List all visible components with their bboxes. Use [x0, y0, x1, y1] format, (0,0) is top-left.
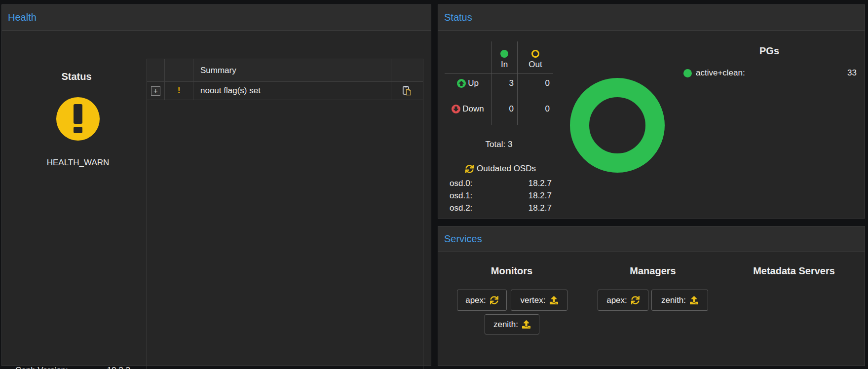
- osd-name: osd.2:: [450, 202, 472, 214]
- metadata-servers-heading: Metadata Servers: [720, 265, 868, 277]
- in-label: In: [501, 60, 508, 70]
- severity-column-header: [165, 59, 193, 81]
- warning-exclamation-dot: [74, 127, 82, 133]
- refresh-icon: [490, 296, 498, 304]
- osd-up-row-label: Up: [445, 74, 491, 93]
- summary-column-header[interactable]: Summary: [193, 59, 391, 81]
- health-panel: Health Status HEALTH_WARN Ceph Version: …: [1, 4, 431, 366]
- manager-zenith-label: zenith:: [661, 295, 686, 305]
- summary-table-header-row: Summary: [147, 59, 423, 82]
- osd-out-header: Out: [518, 41, 553, 74]
- outdated-osds-title-row: Outdated OSDs: [450, 164, 552, 174]
- list-item: osd.0: 18.2.7: [450, 177, 552, 189]
- monitor-vertex-label: vertex:: [520, 295, 545, 305]
- manager-apex-button[interactable]: apex:: [598, 290, 648, 311]
- monitor-zenith-label: zenith:: [493, 320, 518, 330]
- summary-cell: noout flag(s) set: [193, 82, 391, 100]
- pgs-donut-chart: [570, 78, 665, 173]
- out-label: Out: [528, 60, 542, 70]
- table-row[interactable]: + ! noout flag(s) set: [147, 82, 423, 100]
- osd-version: 18.2.7: [528, 202, 552, 214]
- monitor-apex-label: apex:: [465, 295, 486, 305]
- health-status-heading: Status: [27, 71, 126, 82]
- pgs-legend-row: active+clean: 33: [683, 68, 857, 78]
- upload-icon: [690, 296, 698, 304]
- ceph-version-row: Ceph Version: 19.2.3: [15, 366, 130, 369]
- legend-label: active+clean:: [696, 68, 745, 78]
- osd-table-corner-cell: [445, 41, 491, 74]
- severity-warning-icon: !: [178, 86, 181, 96]
- list-item: osd.2: 18.2.7: [450, 202, 552, 214]
- managers-heading: Managers: [604, 265, 702, 277]
- osd-in-header: In: [491, 41, 518, 74]
- warning-exclamation-bar: [74, 104, 82, 124]
- osd-name: osd.1:: [450, 189, 472, 202]
- in-dot-icon: [500, 50, 508, 58]
- manager-zenith-button[interactable]: zenith:: [651, 290, 708, 311]
- health-panel-body: Status HEALTH_WARN Ceph Version: 19.2.3 …: [2, 31, 431, 366]
- expand-row-icon[interactable]: +: [151, 86, 160, 96]
- osd-version: 18.2.7: [528, 189, 552, 202]
- upload-icon: [550, 296, 558, 304]
- ceph-version-value: 19.2.3: [107, 366, 130, 369]
- osd-down-row-label: Down: [445, 93, 491, 125]
- osd-name: osd.0:: [450, 177, 472, 189]
- services-panel: Services Monitors Managers Metadata Serv…: [438, 226, 865, 366]
- legend-dot-icon: [683, 69, 692, 77]
- osd-state-table: In Out Up 3 0: [445, 41, 553, 125]
- health-panel-title: Health: [8, 12, 37, 23]
- osd-down-out-value: 0: [518, 93, 553, 125]
- copy-icon[interactable]: [402, 85, 413, 96]
- health-warning-icon: [56, 97, 100, 141]
- services-panel-header: Services: [438, 226, 865, 252]
- services-panel-title: Services: [444, 233, 482, 245]
- copy-column-header: [391, 59, 423, 81]
- status-panel-title: Status: [444, 12, 472, 23]
- list-item: osd.1: 18.2.7: [450, 189, 552, 202]
- legend-value: 33: [847, 68, 857, 78]
- status-panel-header: Status: [438, 5, 865, 31]
- down-label: Down: [462, 104, 484, 114]
- manager-apex-label: apex:: [606, 295, 627, 305]
- osd-up-in-value: 3: [491, 74, 518, 93]
- pgs-title: PGs: [720, 45, 819, 57]
- status-panel-body: In Out Up 3 0: [438, 31, 865, 218]
- monitors-heading: Monitors: [462, 265, 561, 277]
- osd-total: Total: 3: [445, 140, 553, 149]
- osd-down-in-value: 0: [491, 93, 518, 125]
- up-label: Up: [468, 78, 479, 88]
- status-panel: Status In Out Up 3: [438, 4, 865, 219]
- ceph-dashboard: { "colors": { "accent_blue": "#449be6", …: [0, 0, 868, 369]
- out-ring-icon: [531, 50, 539, 58]
- outdated-osds-block: Outdated OSDs osd.0: 18.2.7 osd.1: 18.2.…: [450, 164, 552, 214]
- upload-icon: [522, 320, 530, 329]
- expand-column-header: [147, 59, 165, 81]
- refresh-icon: [465, 165, 474, 173]
- monitor-zenith-button[interactable]: zenith:: [485, 314, 539, 334]
- services-panel-body: Monitors Managers Metadata Servers apex:…: [438, 252, 865, 366]
- refresh-icon: [631, 296, 640, 304]
- osd-up-out-value: 0: [518, 74, 553, 93]
- health-summary-table: Summary + ! noout flag(s) set: [147, 59, 423, 369]
- monitor-vertex-button[interactable]: vertex:: [511, 290, 567, 311]
- health-status-value: HEALTH_WARN: [19, 158, 137, 168]
- osd-version: 18.2.7: [528, 177, 552, 189]
- outdated-osds-title: Outdated OSDs: [477, 164, 536, 174]
- monitor-apex-button[interactable]: apex:: [457, 290, 507, 311]
- ceph-version-label: Ceph Version:: [15, 366, 68, 369]
- arrow-circle-down-icon: [452, 105, 460, 113]
- arrow-circle-up-icon: [457, 79, 466, 88]
- health-panel-header: Health: [2, 5, 431, 31]
